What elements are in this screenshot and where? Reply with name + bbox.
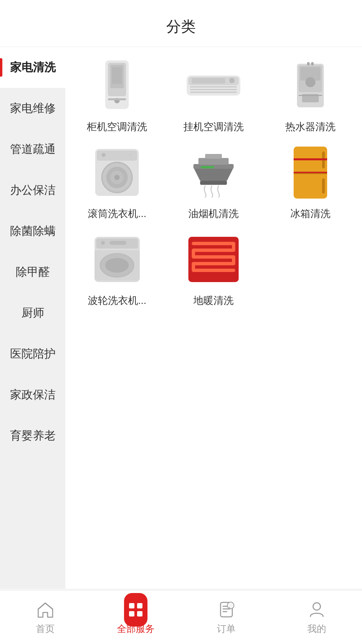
bottom-nav: 首页 全部服务 xyxy=(0,590,362,644)
svg-rect-31 xyxy=(198,158,229,165)
sidebar-item-jiadian-weixiu[interactable]: 家电维修 xyxy=(0,88,65,129)
wall-ac-label: 挂机空调清洗 xyxy=(183,120,244,134)
water-heater-label: 热水器清洗 xyxy=(285,120,336,134)
svg-rect-12 xyxy=(192,78,225,84)
nav-item-mine[interactable]: 我的 xyxy=(272,600,362,635)
grid-item-range-hood[interactable]: 油烟机清洗 xyxy=(169,144,258,221)
drum-washer-label: 滚筒洗衣机... xyxy=(88,207,146,221)
svg-point-11 xyxy=(229,78,235,83)
fridge-label: 冰箱清洗 xyxy=(290,207,330,221)
page-header: 分类 xyxy=(0,0,362,47)
svg-rect-18 xyxy=(307,62,310,65)
drum-washer-icon xyxy=(88,144,145,201)
main-layout: 家电清洗 家电维修 管道疏通 办公保洁 除菌除螨 除甲醛 厨师 医院陪护 家政保… xyxy=(0,47,362,589)
svg-rect-5 xyxy=(108,98,126,100)
svg-point-28 xyxy=(129,154,132,156)
svg-point-26 xyxy=(114,175,120,180)
svg-rect-33 xyxy=(201,166,214,168)
sidebar-item-jiazheng-baojie[interactable]: 家政保洁 xyxy=(0,374,65,415)
cabinet-ac-icon xyxy=(88,57,145,114)
sidebar-item-chujun-chucheng[interactable]: 除菌除螨 xyxy=(0,211,65,252)
nav-item-home[interactable]: 首页 xyxy=(0,600,90,635)
svg-rect-19 xyxy=(311,62,314,65)
svg-point-57 xyxy=(313,603,320,610)
all-services-btn[interactable] xyxy=(124,593,147,627)
wave-washer-icon xyxy=(88,231,145,288)
order-icon xyxy=(215,600,238,620)
floor-heating-label: 地暖清洗 xyxy=(193,294,234,308)
sidebar-item-jiadian-qingxi[interactable]: 家电清洗 xyxy=(0,47,65,88)
svg-rect-8 xyxy=(190,86,237,88)
svg-point-45 xyxy=(101,241,105,245)
floor-heating-icon xyxy=(185,231,242,288)
home-icon xyxy=(34,600,57,620)
water-heater-icon xyxy=(282,57,339,114)
cabinet-ac-label: 柜机空调清洗 xyxy=(87,120,147,134)
content-area: 柜机空调清洗 挂机空调清洗 xyxy=(65,47,362,589)
grid-item-drum-washer[interactable]: 滚筒洗衣机... xyxy=(72,144,162,221)
page-title: 分类 xyxy=(166,18,196,35)
grid-item-fridge[interactable]: 冰箱清洗 xyxy=(265,144,355,221)
grid-item-cabinet-ac[interactable]: 柜机空调清洗 xyxy=(72,57,162,134)
wall-ac-icon xyxy=(185,57,242,114)
svg-rect-39 xyxy=(294,172,327,173)
svg-rect-49 xyxy=(137,603,142,608)
sidebar: 家电清洗 家电维修 管道疏通 办公保洁 除菌除螨 除甲醛 厨师 医院陪护 家政保… xyxy=(0,47,65,589)
range-hood-icon xyxy=(185,144,242,201)
nav-item-all-services[interactable]: 全部服务 xyxy=(90,600,181,635)
grid-item-wave-washer[interactable]: 波轮洗衣机... xyxy=(72,231,162,308)
sidebar-item-guandao-shutong[interactable]: 管道疏通 xyxy=(0,129,65,170)
svg-rect-32 xyxy=(205,154,222,159)
grid-item-wall-ac[interactable]: 挂机空调清洗 xyxy=(169,57,258,134)
svg-rect-51 xyxy=(137,611,142,616)
svg-point-44 xyxy=(105,258,129,273)
range-hood-label: 油烟机清洗 xyxy=(188,207,239,221)
sidebar-item-bangong-baojie[interactable]: 办公保洁 xyxy=(0,170,65,211)
svg-rect-9 xyxy=(190,89,237,90)
svg-rect-10 xyxy=(190,92,237,93)
svg-rect-20 xyxy=(299,95,322,96)
svg-point-17 xyxy=(305,77,315,87)
nav-item-orders[interactable]: 订单 xyxy=(181,600,272,635)
person-icon xyxy=(305,600,328,620)
grid-icon xyxy=(124,600,147,620)
svg-rect-29 xyxy=(200,181,227,185)
fridge-icon xyxy=(282,144,339,201)
nav-mine-label: 我的 xyxy=(307,623,326,635)
nav-all-services-label: 全部服务 xyxy=(117,623,155,635)
svg-rect-50 xyxy=(129,611,134,616)
grid-item-water-heater[interactable]: 热水器清洗 xyxy=(265,57,355,134)
svg-rect-37 xyxy=(322,178,325,194)
sidebar-item-chushi[interactable]: 厨师 xyxy=(0,292,65,333)
grid-item-floor-heating[interactable]: 地暖清洗 xyxy=(169,231,258,308)
svg-rect-55 xyxy=(223,611,227,612)
sidebar-item-yiyuan-peihuan[interactable]: 医院陪护 xyxy=(0,333,65,374)
svg-point-27 xyxy=(102,153,106,157)
nav-home-label: 首页 xyxy=(36,623,55,635)
sidebar-item-yuying-yanglao[interactable]: 育婴养老 xyxy=(0,415,65,456)
svg-rect-38 xyxy=(294,158,327,160)
sidebar-item-chujiaquan[interactable]: 除甲醛 xyxy=(0,252,65,292)
nav-orders-label: 订单 xyxy=(217,623,236,635)
wave-washer-label: 波轮洗衣机... xyxy=(88,294,146,308)
svg-point-56 xyxy=(227,602,234,609)
svg-rect-46 xyxy=(110,241,126,245)
svg-rect-3 xyxy=(112,67,122,84)
svg-rect-48 xyxy=(129,603,134,608)
product-grid: 柜机空调清洗 挂机空调清洗 xyxy=(72,57,355,308)
